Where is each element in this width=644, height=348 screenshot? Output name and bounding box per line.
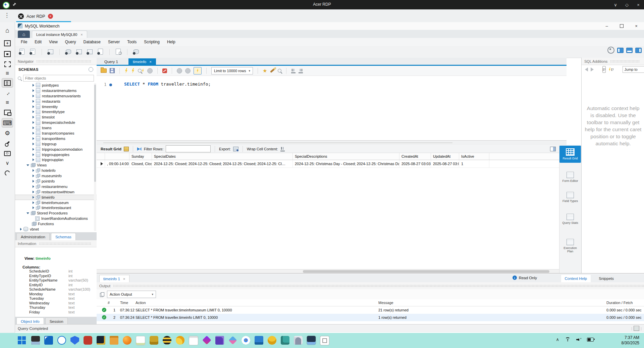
create-view-icon[interactable] — [86, 49, 94, 55]
tree-item[interactable]: transportcompanies — [15, 131, 97, 136]
column-header-specialdescriptions[interactable]: SpecialDescriptions — [293, 153, 399, 160]
expand-arrow-icon[interactable] — [33, 110, 34, 113]
close-tab-icon[interactable]: × — [149, 60, 152, 64]
toggle-stop-on-error-icon[interactable] — [162, 68, 167, 73]
output-row[interactable]: ✓ 1 07:36:12 SELECT * FROM traveller.tim… — [97, 306, 644, 314]
tree-item[interactable]: museuminfo — [15, 173, 97, 179]
taskbar-app-icon-spinner[interactable] — [320, 336, 329, 345]
limit-rows-select[interactable]: Limit to 10000 rows ▾ — [211, 67, 253, 74]
execute-current-statement-icon[interactable] — [131, 68, 135, 73]
tree-item-timeinfo-selected[interactable]: timeinfo — [15, 195, 97, 200]
save-script-icon[interactable] — [110, 68, 115, 73]
toggle-result-panel-icon[interactable] — [550, 147, 556, 151]
tree-item[interactable]: tripgroup — [15, 141, 97, 147]
wrap-cell-icon[interactable] — [280, 147, 285, 151]
tree-item[interactable]: hotelinfo — [15, 168, 97, 173]
expand-arrow-icon[interactable] — [33, 121, 34, 124]
expand-arrow-icon[interactable] — [33, 100, 34, 103]
menu-edit[interactable]: Edit — [31, 40, 45, 44]
collapse-arrow-icon[interactable] — [26, 212, 29, 214]
expand-arrow-icon[interactable] — [33, 148, 34, 151]
expand-arrow-icon[interactable] — [33, 132, 34, 135]
tab-timeinfo-1[interactable]: timeinfo 1× — [99, 275, 129, 283]
expand-arrow-icon[interactable] — [33, 185, 34, 188]
tree-item[interactable]: restaurantmenuitems — [15, 88, 97, 93]
taskbar-app-icon-diamond[interactable] — [228, 336, 237, 344]
tab-object-info[interactable]: Object Info — [16, 317, 44, 325]
cell-specialdates[interactable]: 2024-12-25: Closed; 2024-12-25: Closed; … — [152, 160, 293, 167]
cell-updatedat[interactable]: 2025-08-27 03:04:53 — [431, 160, 459, 167]
create-procedure-icon[interactable] — [97, 49, 104, 55]
tree-item[interactable]: timeinfomuseum — [15, 200, 97, 205]
taskbar-app-icon-folder[interactable] — [110, 336, 118, 345]
tree-item[interactable]: tripgroupaccommodation — [15, 147, 97, 152]
column-header-createdat[interactable]: CreatedAt — [399, 153, 431, 160]
tree-item-schema-vbnet[interactable]: vbnet — [15, 227, 97, 232]
taskbar-app-icon-remote-app[interactable] — [44, 336, 53, 345]
expand-arrow-icon[interactable] — [33, 201, 34, 204]
favorites-star-icon[interactable]: ★ — [263, 68, 267, 74]
remote-restore-button[interactable]: ◇ — [621, 0, 633, 9]
close-tab-icon[interactable]: × — [123, 277, 125, 281]
settings-gears-icon[interactable]: ⚙ — [0, 129, 15, 138]
menu-lines2-icon[interactable]: ≡ — [0, 98, 15, 107]
toggle-autocommit-icon[interactable] — [194, 67, 202, 74]
inspector-icon[interactable] — [47, 49, 54, 55]
context-help-icon[interactable]: I? — [602, 66, 606, 73]
action-output-select[interactable]: Action Output ▾ — [107, 291, 156, 298]
tree-item[interactable]: towns — [15, 125, 97, 131]
disconnect-icon[interactable] — [0, 169, 15, 178]
menu-dots-icon[interactable]: ⋮ — [4, 12, 10, 19]
menu-file[interactable]: File — [17, 40, 31, 44]
tree-group-functions[interactable]: Functions — [15, 221, 97, 227]
chevron-down-icon[interactable]: ∨ — [0, 159, 15, 167]
taskbar-app-icon-document[interactable] — [189, 336, 198, 345]
taskbar-app-icon-teal[interactable] — [281, 336, 289, 345]
copy-output-icon[interactable] — [100, 292, 104, 297]
column-header-updatedat[interactable]: UpdatedAt — [431, 153, 459, 160]
close-tab-icon[interactable]: × — [48, 14, 53, 19]
column-header-specialdates[interactable]: SpecialDates — [152, 153, 293, 160]
tab-administration[interactable]: Administration — [16, 233, 50, 240]
taskbar-app-icon-gem[interactable] — [202, 336, 211, 345]
expand-arrow-icon[interactable] — [33, 143, 34, 145]
menu-server[interactable]: Server — [104, 40, 123, 44]
screenshot-camera-icon[interactable] — [0, 149, 15, 158]
export-icon[interactable] — [233, 147, 238, 151]
expand-arrow-icon[interactable] — [33, 169, 34, 172]
remote-tab-acer-rdp[interactable]: Acer RDP × — [15, 10, 72, 22]
search-objects-icon[interactable] — [115, 49, 122, 55]
wrap-text-icon[interactable] — [299, 68, 303, 73]
tab-snippets[interactable]: Snippets — [595, 275, 618, 282]
expand-arrow-icon[interactable] — [33, 137, 34, 140]
tab-timeinfo-active[interactable]: timeinfo× — [128, 58, 156, 65]
remote-minimize-button[interactable]: ∨ — [610, 0, 621, 9]
taskbar-app-icon-bee[interactable] — [163, 336, 171, 345]
result-row[interactable]: , 09:00-14:00 Closed, Closed 2024-12-25:… — [97, 160, 559, 168]
tree-item[interactable]: restaurantswithtown — [15, 189, 97, 195]
rollback-icon[interactable] — [185, 68, 191, 73]
expand-arrow-icon[interactable] — [33, 116, 34, 118]
find-icon[interactable] — [278, 69, 281, 72]
tree-item[interactable]: timeinforestaurant — [15, 205, 97, 210]
battery-icon[interactable] — [587, 338, 594, 342]
new-sql-tab-icon[interactable] — [18, 49, 26, 55]
windows-security-shield-icon[interactable] — [70, 336, 79, 345]
navigator-scrollbar[interactable] — [94, 83, 96, 231]
taskbar-app-icon-file-explorer[interactable] — [31, 336, 40, 345]
toggle-output-panel-icon[interactable] — [626, 48, 633, 53]
expand-arrow-icon[interactable] — [33, 206, 34, 209]
home-icon[interactable]: ⌂ — [0, 26, 15, 35]
taskbar-app-icon-terminal[interactable] — [97, 336, 105, 345]
taskbar-app-icon-red[interactable] — [84, 336, 92, 345]
column-header[interactable] — [105, 153, 129, 160]
refresh-icon[interactable] — [137, 147, 142, 151]
column-header-sunday[interactable]: Sunday — [129, 153, 152, 160]
refresh-schemas-icon[interactable] — [89, 67, 93, 72]
tree-item[interactable]: restaurants — [15, 99, 97, 104]
tree-item[interactable]: pointtypes — [15, 83, 97, 88]
expand-arrow-icon[interactable] — [33, 191, 34, 193]
toggle-sidebar-panel-icon[interactable] — [617, 48, 624, 53]
tree-item[interactable]: timeentity — [15, 104, 97, 109]
restore-button[interactable] — [615, 22, 628, 30]
